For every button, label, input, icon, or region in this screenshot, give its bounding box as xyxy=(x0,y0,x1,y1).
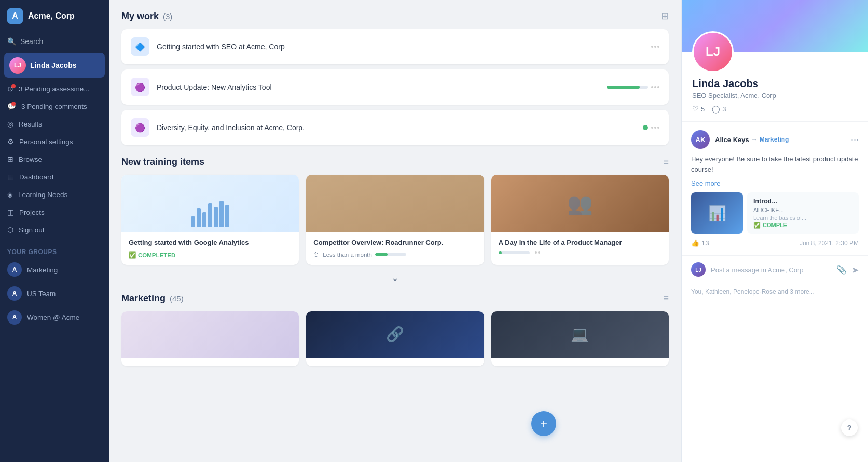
sidebar-item-label: Personal settings xyxy=(19,138,73,146)
work-item-icon: 🔷 xyxy=(131,37,149,56)
show-more-button[interactable]: ⌄ xyxy=(121,270,669,289)
work-item-dei[interactable]: 🟣 Diversity, Equity, and Inclusion at Ac… xyxy=(121,110,669,145)
media-card-author: ALICE KE... xyxy=(753,207,852,213)
learning-icon: ◈ xyxy=(7,190,13,199)
send-icon[interactable]: ➤ xyxy=(852,265,859,275)
sidebar-item-sign-out[interactable]: ⬡ Sign out xyxy=(0,221,109,239)
group-avatar: A xyxy=(7,262,22,277)
help-button[interactable]: ? xyxy=(841,419,858,436)
card-progress-fill xyxy=(499,251,502,254)
likes-count: ♡ 5 xyxy=(692,105,705,113)
marketing-card-2[interactable]: 🔗 xyxy=(306,311,484,366)
sidebar-item-results[interactable]: ◎ Results xyxy=(0,115,109,133)
settings-icon: ⚙ xyxy=(7,137,14,146)
check-icon: ✅ xyxy=(129,251,136,259)
sidebar-item-personal-settings[interactable]: ⚙ Personal settings xyxy=(0,133,109,150)
post-options-button[interactable]: ··· xyxy=(851,134,859,145)
profile-name: Linda Jacobs xyxy=(692,78,858,90)
search-icon: 🔍 xyxy=(7,37,16,46)
card-status: ✅ COMPLETED xyxy=(129,251,292,259)
fab-button[interactable]: + xyxy=(531,411,556,436)
group-label: Women @ Acme xyxy=(27,314,79,321)
card-title: Getting started with Google Analytics xyxy=(129,238,292,247)
results-icon: ◎ xyxy=(7,120,13,128)
group-avatar: A xyxy=(7,286,22,301)
feed-post-header: AK Alice Keys → Marketing ··· xyxy=(691,130,859,149)
likes-count: 13 xyxy=(701,239,709,247)
projects-icon: ◫ xyxy=(7,208,14,216)
check-circle-icon: ✅ xyxy=(753,222,761,229)
training-card-google-analytics[interactable]: Getting started with Google Analytics ✅ … xyxy=(121,175,299,265)
profile-avatar: LJ xyxy=(692,31,734,73)
my-work-view-toggle[interactable]: ⊞ xyxy=(661,10,669,22)
feed-media-card[interactable]: Introd... ALICE KE... Learn the basics o… xyxy=(747,192,859,234)
sidebar-item-us-team[interactable]: A US Team xyxy=(0,282,109,305)
training-card-competitor[interactable]: Competitor Overview: Roadrunner Corp. ⏱ … xyxy=(306,175,484,265)
marketing-card-image-3: 💻 xyxy=(491,311,669,358)
signout-icon: ⬡ xyxy=(7,226,13,234)
feed-channel-name[interactable]: Marketing xyxy=(760,136,789,143)
like-button[interactable]: 👍 13 xyxy=(691,239,709,247)
work-item-icon: 🟣 xyxy=(131,78,149,96)
app-logo[interactable]: A Acme, Corp xyxy=(0,0,109,32)
card-meta: ⏱ Less than a month xyxy=(313,251,476,258)
sidebar-item-learning-needs[interactable]: ◈ Learning Needs xyxy=(0,186,109,203)
my-work-section-header: My work (3) ⊞ xyxy=(121,10,669,22)
sidebar-item-label: 3 Pending assessme... xyxy=(19,85,90,93)
work-item-actions xyxy=(607,86,659,89)
sidebar-item-marketing[interactable]: A Marketing xyxy=(0,258,109,282)
feed-media: 📊 Introd... ALICE KE... Learn the basics… xyxy=(691,192,859,234)
card-image xyxy=(306,175,484,232)
marketing-list-toggle[interactable]: ≡ xyxy=(663,293,669,304)
sidebar-item-browse[interactable]: ⊞ Browse xyxy=(0,150,109,168)
plus-icon: + xyxy=(540,416,547,431)
feed-post: AK Alice Keys → Marketing ··· Hey everyo… xyxy=(682,122,868,256)
marketing-count: (45) xyxy=(170,294,184,303)
card-title: Competitor Overview: Roadrunner Corp. xyxy=(313,238,476,247)
dots-menu[interactable] xyxy=(651,86,659,88)
heart-icon: ♡ xyxy=(692,105,699,113)
browse-icon: ⊞ xyxy=(7,155,13,163)
card-image: 👥 xyxy=(491,175,669,232)
work-item-seo[interactable]: 🔷 Getting started with SEO at Acme, Corp xyxy=(121,29,669,64)
progress-bar xyxy=(607,86,648,89)
work-item-analytics[interactable]: 🟣 Product Update: New Analytics Tool xyxy=(121,69,669,105)
dots-menu[interactable] xyxy=(651,127,659,129)
marketing-cards-grid: 🔗 💻 xyxy=(121,311,669,366)
comment-input[interactable] xyxy=(711,266,831,274)
attach-icon[interactable]: 📎 xyxy=(836,265,847,275)
clock-icon: ⏱ xyxy=(313,251,320,258)
feed-section: AK Alice Keys → Marketing ··· Hey everyo… xyxy=(682,121,868,462)
progress-fill xyxy=(607,86,640,89)
avatar: LJ xyxy=(9,57,26,74)
sidebar-item-projects[interactable]: ◫ Projects xyxy=(0,203,109,221)
marketing-card-1[interactable] xyxy=(121,311,299,366)
sidebar-item-assessments[interactable]: ⊙ 3 Pending assessme... xyxy=(0,80,109,97)
sidebar-item-comments[interactable]: 💬 3 Pending comments xyxy=(0,97,109,115)
see-more-link[interactable]: See more xyxy=(691,179,859,187)
marketing-card-3[interactable]: 💻 xyxy=(491,311,669,366)
badge-icon xyxy=(11,102,16,106)
training-card-daylife[interactable]: 👥 A Day in the Life of a Product Manager xyxy=(491,175,669,265)
current-user[interactable]: LJ Linda Jacobs xyxy=(4,53,105,78)
feed-post-footer: 👍 13 Jun 8, 2021, 2:30 PM xyxy=(691,239,859,247)
marketing-card-body xyxy=(121,358,299,366)
new-training-list-toggle[interactable]: ≡ xyxy=(663,157,669,167)
feed-media-thumbnail[interactable]: 📊 xyxy=(691,192,743,234)
marketing-card-body xyxy=(306,358,484,366)
my-work-title: My work xyxy=(121,11,159,22)
thumbs-up-icon: 👍 xyxy=(691,239,699,247)
card-progress-bar xyxy=(375,253,406,256)
feed-user-channel: Alice Keys → Marketing xyxy=(715,136,789,144)
feed-post-text: Hey everyone! Be sure to take the latest… xyxy=(691,154,859,174)
sidebar-item-label: Learning Needs xyxy=(18,191,67,199)
progress-dot xyxy=(643,125,648,130)
sidebar-item-dashboard[interactable]: ▦ Dashboard xyxy=(0,168,109,186)
training-cards-grid: Getting started with Google Analytics ✅ … xyxy=(121,175,669,265)
post-timestamp: Jun 8, 2021, 2:30 PM xyxy=(800,240,859,247)
sidebar-item-women-acme[interactable]: A Women @ Acme xyxy=(0,305,109,329)
search-button[interactable]: 🔍 Search xyxy=(0,32,109,51)
dots-menu[interactable] xyxy=(651,46,659,48)
user-name: Linda Jacobs xyxy=(30,61,76,69)
bottom-notice: You, Kathleen, Penelope-Rose and 3 more.… xyxy=(682,283,868,301)
